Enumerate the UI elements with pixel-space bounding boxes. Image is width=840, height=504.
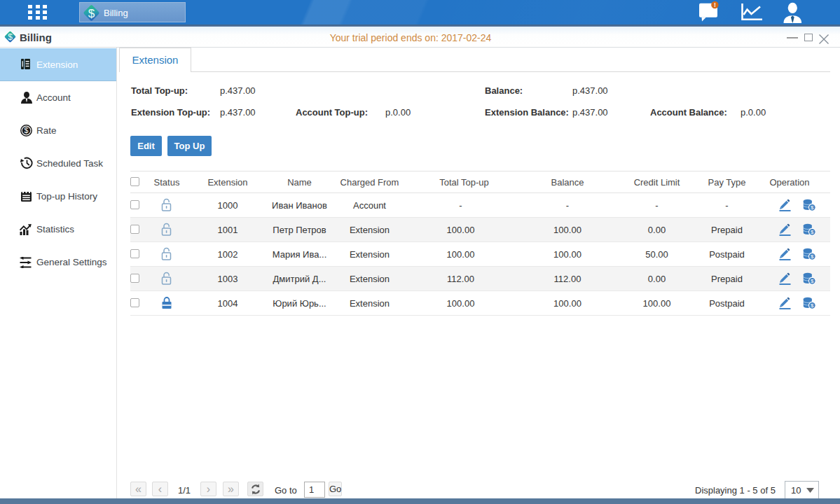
svg-text:$: $ (811, 253, 814, 260)
svg-text:!: ! (714, 1, 716, 8)
svg-text:$: $ (811, 302, 814, 309)
svg-text:$: $ (811, 204, 814, 211)
svg-text:$: $ (88, 7, 95, 20)
svg-text:$: $ (25, 126, 29, 134)
svg-text:$: $ (811, 278, 814, 284)
svg-text:$: $ (811, 229, 814, 235)
